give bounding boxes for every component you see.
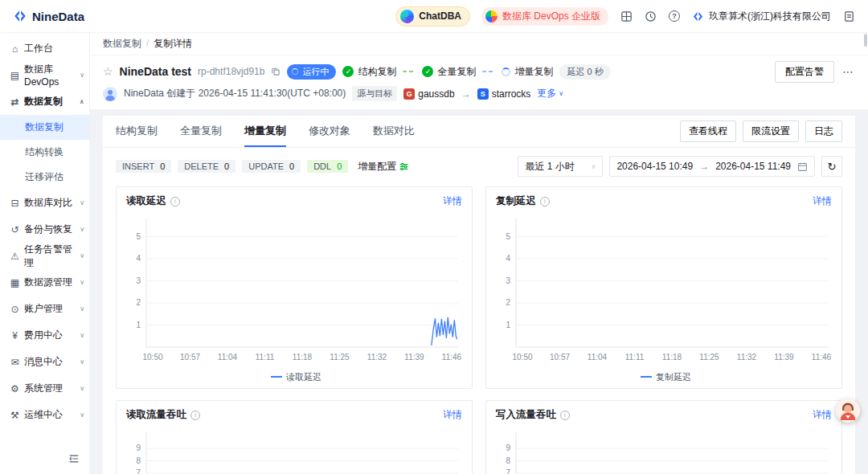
sidebar-item-label: 数据库 DevOps [24,63,76,88]
svg-text:11:04: 11:04 [218,353,238,362]
main-content: 数据复制/复制详情 ☆ NineData test rp-dhtf18vjd91… [90,32,868,474]
favorite-star-icon[interactable]: ☆ [103,65,113,78]
chevron-down-icon: ∨ [80,199,84,206]
chart-panel-replication-latency: 复制延迟 i 详情 1234510:5010:5711:0411:1111:18… [485,186,842,389]
chart-title: 写入流量吞吐 [496,408,556,422]
svg-text:5: 5 [506,232,510,241]
loading-spinner-icon [502,67,510,76]
tab-modify-objects[interactable]: 修改对象 [309,116,350,147]
svg-text:4: 4 [136,254,141,263]
sidebar-item-backup-restore[interactable]: ↺ 备份与恢复 ∨ [0,216,89,243]
svg-text:10:57: 10:57 [180,353,200,362]
more-actions-icon[interactable]: ⋯ [841,65,855,78]
sidebar-item-system-admin[interactable]: ⚙ 系统管理 ∨ [0,375,89,402]
chart-title: 读取延迟 [126,194,166,208]
detail-link[interactable]: 详情 [813,194,832,208]
time-preset-select[interactable]: 最近 1 小时 ∨ [518,156,603,177]
history-icon[interactable] [644,10,657,22]
sidebar-item-label: 运维中心 [24,408,63,422]
ninedata-logo[interactable]: NineData [13,9,84,23]
more-link[interactable]: 更多 ∨ [537,87,563,100]
date-range-picker[interactable]: 2026-04-15 10:49 → 2026-04-15 11:49 [609,156,815,177]
copy-icon[interactable] [271,67,280,76]
svg-text:2: 2 [506,298,510,307]
sidebar-subitem-migration-assessment[interactable]: 迁移评估 [0,165,89,190]
view-threads-button[interactable]: 查看线程 [680,121,736,142]
svg-text:11:04: 11:04 [588,353,608,362]
info-icon[interactable]: i [170,197,180,206]
svg-text:10:57: 10:57 [550,353,570,362]
support-avatar[interactable] [836,398,860,423]
running-spinner-icon [292,68,298,75]
chatdba-button[interactable]: ChatDBA [395,6,470,27]
sidebar-item-datasource[interactable]: ▦ 数据源管理 ∨ [0,269,89,296]
workspace-label: 数据库 DevOps 企业版 [502,10,600,23]
throttle-settings-button[interactable]: 限流设置 [743,121,799,142]
sidebar-item-workbench[interactable]: ⌂ 工作台 [0,35,89,62]
write-throughput-chart: 12345678910:5010:5711:0411:1111:1811:251… [486,424,841,474]
tab-data-compare[interactable]: 数据对比 [373,116,415,147]
step-connector [403,71,416,72]
step-connector [482,71,495,72]
breadcrumb-parent[interactable]: 数据复制 [103,38,141,49]
sidebar-subitem-structure-conversion[interactable]: 结构转换 [0,140,89,165]
doc-icon[interactable] [842,10,855,22]
log-button[interactable]: 日志 [805,121,842,142]
chevron-down-icon: ∨ [80,72,84,79]
sidebar-item-billing[interactable]: ¥ 费用中心 ∨ [0,322,89,349]
info-icon[interactable]: i [560,411,570,420]
company-logo-icon [692,10,704,22]
sidebar-item-label: 消息中心 [24,355,63,369]
refresh-button[interactable]: ↻ [821,156,842,177]
svg-text:11:39: 11:39 [404,353,424,362]
configure-alert-button[interactable]: 配置告警 [775,61,834,83]
detail-link[interactable]: 详情 [813,408,832,422]
scrollbar-thumb[interactable] [864,34,867,47]
company-menu[interactable]: 玖章算术(浙江)科技有限公司 [692,10,831,23]
chevron-down-icon: ∨ [80,332,84,339]
svg-text:11:25: 11:25 [330,353,350,362]
svg-text:3: 3 [506,276,510,285]
sidebar-item-ops-center[interactable]: ⚒ 运维中心 ∨ [0,402,89,428]
svg-text:7: 7 [506,468,510,474]
svg-text:11:46: 11:46 [812,353,832,362]
svg-text:1: 1 [136,321,141,329]
read-latency-chart: 1234510:5010:5711:0411:1111:1811:2511:32… [117,210,472,388]
svg-text:11:32: 11:32 [737,353,757,362]
sidebar-subitem-label: 结构转换 [25,145,63,159]
date-end: 2026-04-15 11:49 [715,161,791,172]
tab-incremental-replication[interactable]: 增量复制 [244,116,286,147]
incremental-config-link[interactable]: 增量配置 [358,160,409,174]
sidebar-subitem-label: 数据复制 [25,121,63,134]
info-icon[interactable]: i [190,411,200,420]
collapse-sidebar-button[interactable] [0,443,89,474]
help-icon[interactable]: ? [668,10,681,22]
date-start: 2026-04-15 10:49 [616,161,693,172]
check-icon: ✓ [342,66,354,77]
step-incremental-replication: 增量复制 [502,65,553,79]
sidebar-item-database-devops[interactable]: ▤ 数据库 DevOps ∨ [0,62,89,88]
sidebar-item-task-alert[interactable]: ⚠ 任务告警管理 ∨ [0,243,89,269]
svg-text:5: 5 [136,232,141,241]
detail-link[interactable]: 详情 [443,408,462,422]
sidebar-subitem-data-replication[interactable]: 数据复制 [0,115,89,140]
console-switch-icon[interactable] [620,10,633,22]
sidebar-item-label: 系统管理 [24,382,63,395]
creator-line: NineData 创建于 2026-04-15 11:41:30(UTC +08… [124,87,346,100]
sidebar-item-label: 数据复制 [24,95,63,108]
chevron-down-icon: ∨ [80,279,84,286]
sidebar-item-data-replication[interactable]: ⇄ 数据复制 ∧ [0,88,89,115]
sidebar-item-database-compare[interactable]: ⊟ 数据库对比 ∨ [0,190,89,216]
sidebar-item-label: 备份与恢复 [24,223,72,236]
info-icon[interactable]: i [540,197,550,206]
chevron-down-icon: ∨ [80,226,84,233]
sidebar-item-account[interactable]: ⊙ 账户管理 ∨ [0,296,89,322]
logo-text: NineData [32,10,84,23]
tab-structure-replication[interactable]: 结构复制 [116,116,158,147]
arrow-right-icon: → [461,88,471,100]
task-id: rp-dhtf18vjd91b [198,66,264,77]
detail-link[interactable]: 详情 [443,194,462,208]
workspace-badge[interactable]: 数据库 DevOps 企业版 [481,7,608,26]
tab-full-replication[interactable]: 全量复制 [180,116,222,147]
sidebar-item-message-center[interactable]: ✉ 消息中心 ∨ [0,349,89,375]
